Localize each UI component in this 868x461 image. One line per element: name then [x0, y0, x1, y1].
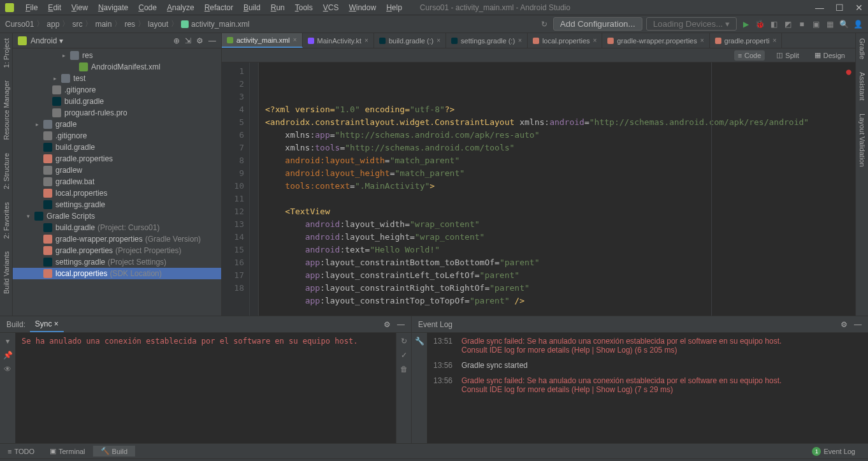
build-tab[interactable]: 🔨 Build — [93, 446, 135, 457]
coverage-icon[interactable]: ◩ — [783, 19, 793, 29]
tree-item[interactable]: gradlew.bat — [13, 176, 221, 187]
editor-tab[interactable]: settings.gradle (:)× — [446, 33, 528, 48]
editor-tab[interactable]: activity_main.xml× — [222, 33, 303, 48]
tree-item[interactable]: proguard-rules.pro — [13, 107, 221, 119]
menu-view[interactable]: View — [66, 2, 93, 13]
search-icon[interactable]: 🔍 — [839, 19, 849, 29]
hide-icon[interactable]: — — [397, 320, 405, 329]
rail-tab[interactable]: Build Variants — [3, 251, 10, 294]
todo-tab[interactable]: ≡ TODO — [0, 446, 42, 457]
close-tab-icon[interactable]: × — [773, 37, 777, 44]
close-tab-icon[interactable]: × — [518, 37, 522, 44]
project-view-selector[interactable]: Android ▾ — [31, 36, 63, 45]
menu-edit[interactable]: Edit — [43, 2, 66, 13]
stop-icon[interactable]: ■ — [797, 19, 807, 29]
menu-run[interactable]: Run — [266, 2, 290, 13]
pin-icon[interactable]: 📌 — [3, 351, 13, 360]
rail-tab[interactable]: 2: Structure — [3, 153, 10, 189]
collapse-icon[interactable]: ▾ — [6, 337, 10, 346]
breadcrumb-item[interactable]: layout — [148, 20, 168, 29]
close-tab-icon[interactable]: × — [700, 37, 704, 44]
rail-tab[interactable]: Layout Validation — [858, 113, 866, 167]
tree-item[interactable]: build.gradle — [13, 142, 221, 153]
menu-refactor[interactable]: Refactor — [199, 2, 238, 13]
hide-icon[interactable]: — — [854, 320, 862, 329]
tree-item[interactable]: gradle.properties(Project Properties) — [13, 245, 221, 256]
menu-analyze[interactable]: Analyze — [162, 2, 199, 13]
rerun-icon[interactable]: ↻ — [401, 337, 407, 346]
error-indicator-icon[interactable]: ● — [846, 65, 851, 78]
menu-window[interactable]: Window — [344, 2, 381, 13]
tree-item[interactable]: local.properties(SDK Location) — [13, 268, 221, 279]
terminal-tab[interactable]: ▣ Terminal — [42, 446, 93, 457]
eye-icon[interactable]: 👁 — [4, 365, 11, 374]
close-tab-icon[interactable]: × — [365, 37, 368, 44]
wrench-icon[interactable]: 🔧 — [415, 337, 424, 346]
expand-icon[interactable]: ⇲ — [185, 36, 191, 45]
user-icon[interactable]: 👤 — [853, 19, 863, 29]
rail-tab[interactable]: 1: Project — [3, 38, 10, 68]
menu-tools[interactable]: Tools — [290, 2, 318, 13]
tree-item[interactable]: local.properties — [13, 187, 221, 199]
rail-tab[interactable]: Assistant — [858, 72, 866, 101]
profile-icon[interactable]: ◧ — [769, 19, 779, 29]
tree-item[interactable]: gradle.properties — [13, 153, 221, 165]
close-tab-icon[interactable]: × — [293, 36, 297, 43]
tree-item[interactable]: settings.gradle — [13, 199, 221, 210]
locate-icon[interactable]: ⊕ — [173, 36, 180, 45]
close-tab-icon[interactable]: × — [437, 37, 440, 44]
menu-vcs[interactable]: VCS — [318, 2, 344, 13]
minimize-icon[interactable]: — — [815, 3, 824, 13]
check-icon[interactable]: ✓ — [401, 351, 407, 360]
breadcrumb-item[interactable]: app — [47, 20, 59, 29]
tree-item[interactable]: ▸test — [13, 73, 221, 84]
rail-tab[interactable]: 2: Favorites — [3, 202, 10, 238]
tree-item[interactable]: .gitignore — [13, 84, 221, 96]
event-log-tab[interactable]: 1 Event Log — [804, 446, 863, 457]
delete-icon[interactable]: 🗑 — [400, 365, 408, 374]
view-split-button[interactable]: ◫ Split — [772, 50, 802, 61]
tree-item[interactable]: ▸gradle — [13, 119, 221, 130]
view-code-button[interactable]: ≡ Code — [734, 50, 765, 61]
tree-item[interactable]: build.gradle — [13, 96, 221, 107]
breadcrumb-item[interactable]: activity_main.xml — [191, 20, 249, 29]
gear-icon[interactable]: ⚙ — [196, 36, 203, 45]
maximize-icon[interactable]: ☐ — [835, 3, 844, 13]
menu-navigate[interactable]: Navigate — [93, 2, 133, 13]
gear-icon[interactable]: ⚙ — [384, 320, 391, 329]
tree-item[interactable]: settings.gradle(Project Settings) — [13, 256, 221, 268]
run-icon[interactable]: ▶ — [741, 19, 751, 29]
tree-item[interactable]: AndroidManifest.xml — [13, 61, 221, 73]
editor-tab[interactable]: build.gradle (:)× — [374, 33, 446, 48]
menu-code[interactable]: Code — [133, 2, 162, 13]
menu-build[interactable]: Build — [238, 2, 266, 13]
tree-item[interactable]: ▾Gradle Scripts — [13, 210, 221, 222]
debug-icon[interactable]: 🐞 — [755, 19, 765, 29]
sdk-icon[interactable]: ▦ — [825, 19, 835, 29]
view-design-button[interactable]: ▦ Design — [811, 50, 849, 61]
breadcrumb-item[interactable]: Curso01 — [5, 20, 34, 29]
breadcrumb-item[interactable]: src — [72, 20, 82, 29]
hide-icon[interactable]: — — [208, 36, 216, 45]
close-icon[interactable]: ✕ — [855, 3, 863, 13]
rail-tab[interactable]: Gradle — [858, 38, 866, 59]
rail-tab[interactable]: Resource Manager — [3, 80, 10, 140]
avd-icon[interactable]: ▣ — [811, 19, 821, 29]
tree-item[interactable]: .gitignore — [13, 130, 221, 142]
breadcrumb-item[interactable]: main — [95, 20, 112, 29]
editor-tab[interactable]: MainActivity.kt× — [303, 33, 374, 48]
menu-help[interactable]: Help — [381, 2, 407, 13]
sync-tab[interactable]: Sync × — [30, 317, 64, 332]
tree-item[interactable]: gradle-wrapper.properties(Gradle Version… — [13, 233, 221, 245]
breadcrumb-item[interactable]: res — [124, 20, 135, 29]
tree-item[interactable]: ▸res — [13, 50, 221, 61]
add-configuration-button[interactable]: Add Configuration... — [553, 17, 642, 31]
gear-icon[interactable]: ⚙ — [841, 320, 848, 329]
close-tab-icon[interactable]: × — [593, 37, 597, 44]
editor-tab[interactable]: local.properties× — [528, 33, 602, 48]
editor-tab[interactable]: gradle.properti× — [710, 33, 783, 48]
menu-file[interactable]: File — [20, 2, 43, 13]
device-selector[interactable]: Loading Devices... ▾ — [646, 17, 737, 31]
sync-icon[interactable]: ↻ — [539, 19, 549, 29]
code-editor[interactable]: 123456789101112131415161718 ● <?xml vers… — [222, 62, 855, 316]
